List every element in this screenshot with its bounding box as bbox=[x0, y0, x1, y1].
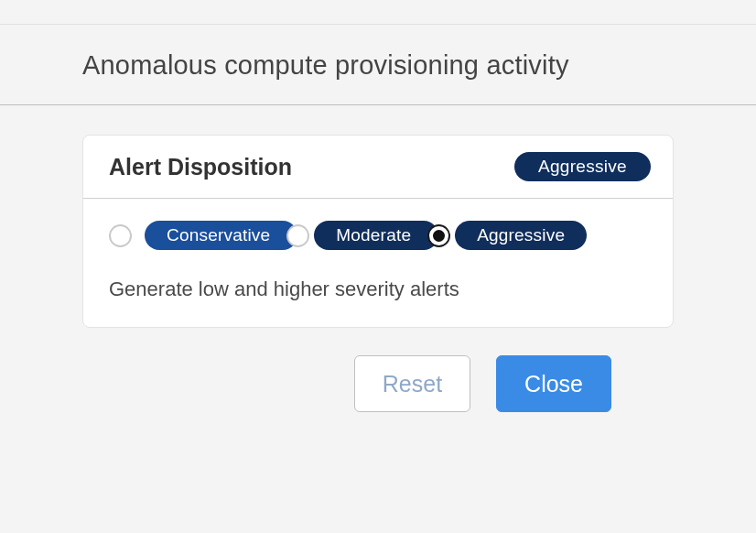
radio-conservative[interactable] bbox=[109, 224, 132, 247]
option-conservative[interactable]: Conservative bbox=[145, 221, 297, 250]
option-moderate[interactable]: Moderate bbox=[314, 221, 438, 250]
dialog-actions: Reset Close bbox=[82, 328, 674, 412]
page-title: Anomalous compute provisioning activity bbox=[82, 50, 756, 81]
disposition-options: Conservative Moderate Aggressive bbox=[109, 221, 651, 250]
card-heading: Alert Disposition bbox=[109, 154, 292, 180]
current-disposition-badge: Aggressive bbox=[514, 152, 651, 181]
radio-moderate[interactable] bbox=[427, 224, 450, 247]
card-header: Alert Disposition Aggressive bbox=[83, 136, 673, 199]
close-button[interactable]: Close bbox=[496, 355, 611, 412]
page-title-row: Anomalous compute provisioning activity bbox=[0, 25, 756, 105]
alert-disposition-card: Alert Disposition Aggressive Conservativ… bbox=[82, 135, 674, 328]
option-conservative-label: Conservative bbox=[145, 221, 297, 250]
content-area: Alert Disposition Aggressive Conservativ… bbox=[0, 105, 756, 412]
top-bar bbox=[0, 0, 756, 25]
option-moderate-label: Moderate bbox=[314, 221, 438, 250]
card-body: Conservative Moderate Aggressive Generat… bbox=[83, 199, 673, 327]
reset-button[interactable]: Reset bbox=[354, 355, 470, 412]
radio-moderate-left[interactable] bbox=[286, 224, 309, 247]
option-aggressive[interactable]: Aggressive bbox=[455, 221, 587, 250]
disposition-helper-text: Generate low and higher severity alerts bbox=[109, 277, 651, 301]
